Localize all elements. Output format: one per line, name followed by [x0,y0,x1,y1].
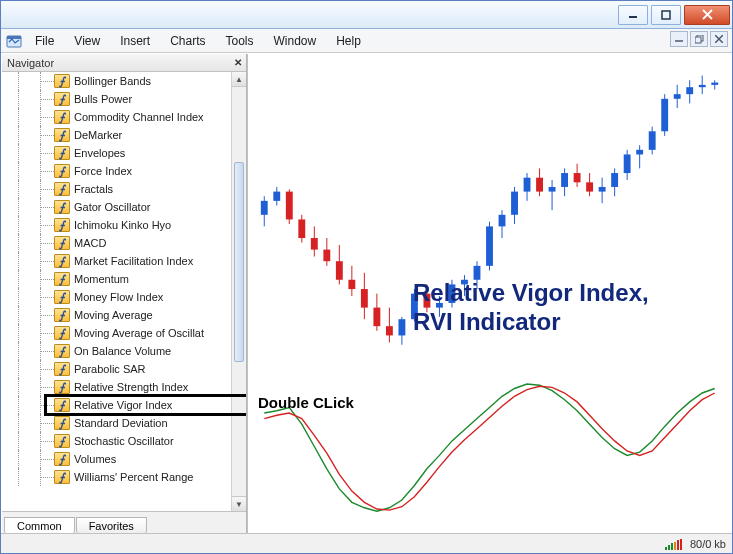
svg-rect-76 [661,99,668,131]
svg-rect-62 [574,173,581,182]
menu-window[interactable]: Window [264,29,327,52]
function-icon [54,272,70,286]
menu-tools[interactable]: Tools [216,29,264,52]
navigator-scrollbar[interactable]: ▲ ▼ [231,72,246,511]
indicator-label: MACD [74,237,106,249]
tab-common[interactable]: Common [4,517,75,534]
svg-rect-14 [273,192,280,201]
scroll-thumb[interactable] [234,162,244,362]
indicator-tree-item[interactable]: Parabolic SAR [2,360,231,378]
svg-rect-60 [561,173,568,187]
svg-rect-30 [373,308,380,327]
function-icon [54,416,70,430]
svg-rect-58 [549,187,556,192]
svg-rect-46 [474,266,481,280]
annotation-rvi-line1: Relative Vigor Index, [413,279,649,308]
navigator-panel: Navigator ✕ Bollinger BandsBulls PowerCo… [2,54,247,533]
svg-rect-82 [699,85,706,87]
indicator-tree-item[interactable]: Bollinger Bands [2,72,231,90]
indicator-tree-item[interactable]: Standard Deviation [2,414,231,432]
indicator-label: Fractals [74,183,113,195]
menu-view[interactable]: View [64,29,110,52]
indicator-tree-item[interactable]: Gator Oscillator [2,198,231,216]
indicator-tree-item[interactable]: Stochastic Oscillator [2,432,231,450]
indicator-tree-item[interactable]: Envelopes [2,144,231,162]
indicator-tree-item[interactable]: Williams' Percent Range [2,468,231,486]
svg-rect-34 [398,319,405,335]
svg-rect-1 [662,11,670,19]
svg-rect-56 [536,178,543,192]
svg-rect-80 [686,87,693,94]
menu-insert[interactable]: Insert [110,29,160,52]
mdi-minimize-button[interactable] [670,31,688,47]
svg-rect-54 [524,178,531,192]
svg-rect-64 [586,182,593,191]
indicator-label: Force Index [74,165,132,177]
chart-area[interactable]: Double CLick Relative Vigor Index, RVI I… [247,54,731,533]
function-icon [54,92,70,106]
mdi-close-button[interactable] [710,31,728,47]
indicator-tree-item[interactable]: Volumes [2,450,231,468]
annotation-rvi-title: Relative Vigor Index, RVI Indicator [413,279,649,337]
function-icon [54,326,70,340]
app-icon[interactable] [3,29,25,52]
titlebar [1,1,732,29]
svg-rect-66 [599,187,606,192]
indicator-tree-item[interactable]: Fractals [2,180,231,198]
indicator-tree-item[interactable]: Momentum [2,270,231,288]
function-icon [54,128,70,142]
function-icon [54,254,70,268]
function-icon [54,398,70,412]
indicator-label: Moving Average of Oscillat [74,327,204,339]
maximize-button[interactable] [651,5,681,25]
function-icon [54,182,70,196]
indicator-tree-item[interactable]: On Balance Volume [2,342,231,360]
indicator-label: Money Flow Index [74,291,163,303]
navigator-close-button[interactable]: ✕ [231,56,245,70]
mdi-restore-button[interactable] [690,31,708,47]
function-icon [54,218,70,232]
indicator-label: Market Facilitation Index [74,255,193,267]
indicator-label: DeMarker [74,129,122,141]
menu-charts[interactable]: Charts [160,29,215,52]
close-icon [702,9,713,20]
indicator-label: Envelopes [74,147,125,159]
close-button[interactable] [684,5,730,25]
svg-rect-20 [311,238,318,250]
indicator-tree-item[interactable]: Market Facilitation Index [2,252,231,270]
svg-rect-72 [636,150,643,155]
indicator-tree-item[interactable]: DeMarker [2,126,231,144]
indicator-tree-item[interactable]: Money Flow Index [2,288,231,306]
function-icon [54,236,70,250]
indicator-label: Williams' Percent Range [74,471,193,483]
indicator-label: Relative Strength Index [74,381,188,393]
indicator-tree-item[interactable]: Relative Vigor Index [2,396,231,414]
indicator-label: Momentum [74,273,129,285]
scroll-up-button[interactable]: ▲ [232,72,246,87]
function-icon [54,110,70,124]
tab-favorites[interactable]: Favorites [76,517,147,534]
navigator-tree[interactable]: Bollinger BandsBulls PowerCommodity Chan… [2,72,231,511]
indicator-tree-item[interactable]: Relative Strength Index [2,378,231,396]
indicator-tree-item[interactable]: Ichimoku Kinko Hyo [2,216,231,234]
svg-rect-48 [486,226,493,265]
svg-rect-50 [499,215,506,227]
navigator-tree-wrap: Bollinger BandsBulls PowerCommodity Chan… [2,72,246,511]
indicator-label: Bulls Power [74,93,132,105]
indicator-tree-item[interactable]: Moving Average of Oscillat [2,324,231,342]
indicator-tree-item[interactable]: MACD [2,234,231,252]
menu-help[interactable]: Help [326,29,371,52]
status-kb: 80/0 kb [690,538,726,550]
function-icon [54,362,70,376]
indicator-tree-item[interactable]: Bulls Power [2,90,231,108]
function-icon [54,146,70,160]
scroll-down-button[interactable]: ▼ [232,496,246,511]
indicator-tree-item[interactable]: Force Index [2,162,231,180]
svg-rect-26 [348,280,355,289]
menu-file[interactable]: File [25,29,64,52]
indicator-tree-item[interactable]: Commodity Channel Index [2,108,231,126]
indicator-tree-item[interactable]: Moving Average [2,306,231,324]
function-icon [54,164,70,178]
minimize-button[interactable] [618,5,648,25]
svg-rect-32 [386,326,393,335]
